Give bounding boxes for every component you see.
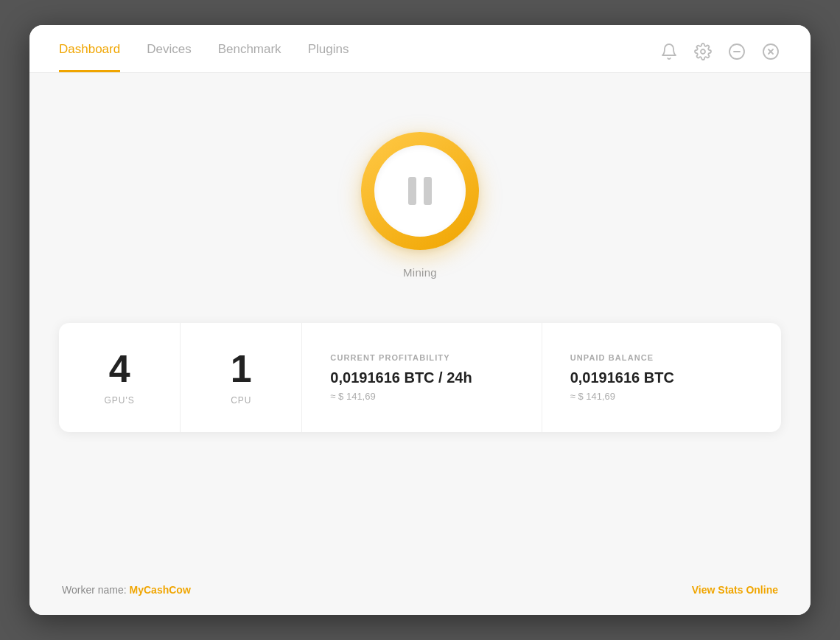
bell-icon[interactable]: [659, 41, 679, 62]
cpu-count: 1: [231, 349, 252, 388]
balance-card: UNPAID BALANCE 0,0191616 BTC ≈ $ 141,69: [542, 323, 781, 432]
balance-usd: ≈ $ 141,69: [570, 391, 615, 402]
view-stats-link[interactable]: View Stats Online: [692, 584, 778, 596]
profitability-value: 0,0191616 BTC / 24h: [330, 369, 472, 386]
pause-icon: [408, 177, 432, 205]
nav-tabs: Dashboard Devices Benchmark Plugins: [59, 42, 349, 72]
svg-point-0: [701, 49, 705, 54]
profitability-usd: ≈ $ 141,69: [330, 391, 375, 402]
tab-dashboard[interactable]: Dashboard: [59, 42, 120, 72]
tab-plugins[interactable]: Plugins: [308, 42, 349, 72]
gpu-stat-card: 4 GPU'S: [59, 323, 181, 432]
mining-status-label: Mining: [403, 266, 437, 279]
profitability-title: CURRENT PROFITABILITY: [330, 353, 449, 362]
header-icons: [659, 41, 781, 72]
mining-button-inner: [374, 145, 466, 237]
pause-bar-right: [424, 177, 432, 205]
footer: Worker name: MyCashCow View Stats Online: [29, 565, 811, 615]
tab-benchmark[interactable]: Benchmark: [218, 42, 281, 72]
worker-name: MyCashCow: [130, 584, 191, 596]
main-content: Mining 4 GPU'S 1 CPU CURRENT PROFITABILI…: [29, 73, 811, 565]
pause-bar-left: [408, 177, 416, 205]
header: Dashboard Devices Benchmark Plugins: [29, 25, 811, 73]
gear-icon[interactable]: [693, 41, 713, 62]
stats-row: 4 GPU'S 1 CPU CURRENT PROFITABILITY 0,01…: [59, 323, 781, 432]
cpu-label: CPU: [231, 395, 251, 406]
worker-info: Worker name: MyCashCow: [62, 584, 191, 596]
balance-value: 0,0191616 BTC: [570, 369, 674, 386]
gpu-count: 4: [109, 349, 130, 388]
gpu-label: GPU'S: [105, 395, 135, 406]
balance-title: UNPAID BALANCE: [570, 353, 654, 362]
worker-prefix: Worker name:: [62, 584, 130, 596]
tab-devices[interactable]: Devices: [147, 42, 191, 72]
app-window: Dashboard Devices Benchmark Plugins: [29, 25, 811, 615]
minimize-icon[interactable]: [727, 41, 747, 62]
cpu-stat-card: 1 CPU: [181, 323, 302, 432]
mining-toggle-button[interactable]: [361, 132, 479, 250]
profitability-card: CURRENT PROFITABILITY 0,0191616 BTC / 24…: [302, 323, 542, 432]
mining-section: Mining: [361, 132, 479, 279]
close-icon[interactable]: [760, 41, 781, 62]
